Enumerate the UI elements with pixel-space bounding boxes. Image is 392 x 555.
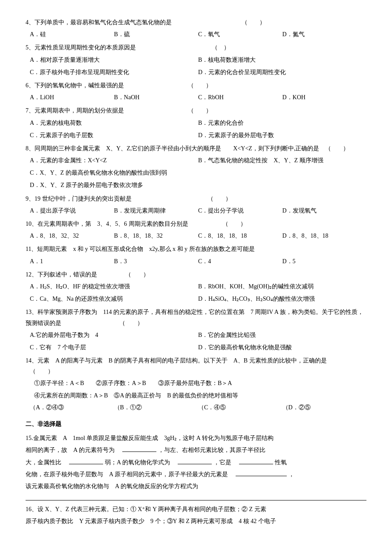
q4-options: A．硅 B．硫 C．氧气 D．氮气	[26, 29, 366, 40]
q16-line1: 16、设 X、Y、Z 代表三种元素。已知：① X⁺和 Y 两种离子具有相同的电子…	[26, 504, 366, 515]
question-11: 11、短周期元素 x 和 y 可以相互形成化合物 x2y,那么 x 和 y 所在…	[26, 244, 366, 266]
q12-option-b: B．RbOH、KOH、Mg(OH)₂的碱性依次减弱	[198, 281, 366, 292]
q13-option-b: B．它的金属性比铅强	[198, 330, 366, 340]
q13-option-a: A.它的最外层电子数为 4	[30, 330, 198, 340]
q15-answer-line	[26, 500, 366, 500]
question-10: 10、在元素周期表中，第 3、4、5、6 周期元素的数目分别是 （ ） A．8、…	[26, 219, 366, 241]
q12-option-a: A．H₂S、H₂O、HF 的稳定性依次增强	[30, 281, 198, 292]
q7-option-b: B．元素的化合价	[198, 118, 366, 128]
q16-line2: 原子核内质子数比 Y 元素原子核内质子数少 9 个；③Y 和 Z 两种元素可形成…	[26, 516, 366, 526]
q10-text: 10、在元素周期表中，第 3、4、5、6 周期元素的数目分别是 （ ）	[26, 219, 366, 229]
q5-options-row2: C．原子核外电子排布呈现周期性变化 D．元素的化合价呈现周期性变化	[26, 67, 366, 78]
q8-options: A．元素的非金属性：X<Y<Z B．气态氢化物的稳定性按 X、Y、Z 顺序增强	[26, 155, 366, 166]
q8-option-b: B．气态氢化物的稳定性按 X、Y、Z 顺序增强	[198, 155, 366, 166]
q13-options: A.它的最外层电子数为 4 B．它的金属性比铅强	[26, 330, 366, 340]
q15-fill4	[239, 464, 273, 464]
q4-body: 、下列单质中，最容易和氢气化合生成气态氢化物的是 （ ）	[29, 19, 265, 26]
q9-options: A．提出原子学说 B．发现元素周期律 C．提出分子学说 D．发现氧气	[26, 205, 366, 216]
q5-option-a: A．相对原子质量逐渐增大	[30, 55, 198, 65]
question-7: 7、元素周期表中，周期的划分依据是 （ ） A．元素的核电荷数 B．元素的化合价…	[26, 105, 366, 141]
q4-option-c: C．氧气	[198, 29, 282, 40]
q5-option-c: C．原子核外电子排布呈现周期性变化	[30, 67, 198, 78]
q14-sub2: ④元素所在的周期数：A＞B ⑤A 的最高正价与 B 的最低负价的绝对值相等	[26, 390, 366, 401]
q7-option-d: D．元素原子的最外层电子数	[198, 130, 366, 141]
q6-option-a: A．LiOH	[30, 92, 114, 103]
q15-line4: 化物，在原子核外电子层数与 A 原子相同的元素中，原子半径最大的元素是 ，	[26, 469, 366, 480]
q10-option-b: B．8、18、18、32	[114, 230, 199, 241]
question-5: 5、元素性质呈现周期性变化的本质原因是 （ ） A．相对原子质量逐渐增大 B．核…	[26, 42, 366, 78]
q5-option-b: B．核电荷数逐渐增大	[198, 55, 366, 65]
q12-option-c: C．Ca、Mg、Na 的还原性依次减弱	[30, 293, 198, 304]
q14-options: （A．②④③ （B．①② （C．④⑤ （D．②⑤	[26, 402, 366, 413]
q9-option-d: D．发现氧气	[282, 205, 367, 216]
q9-option-c: C．提出分子学说	[198, 205, 282, 216]
q7-options: A．元素的核电荷数 B．元素的化合价	[26, 118, 366, 128]
q8-options-row2: C．X、Y、Z 的最高价氧化物水化物的酸性由强到弱	[26, 167, 366, 178]
q14-option-d: （D．②⑤	[282, 402, 367, 413]
q9-text: 9、19 世纪中叶，门捷列夫的突出贡献是 （ ）	[26, 193, 366, 204]
q11-option-b: B．3	[114, 256, 199, 267]
q15-fill5	[236, 476, 287, 476]
q10-option-c: C．8、18、18、18	[198, 230, 282, 241]
q11-option-a: A．1	[30, 256, 114, 267]
q6-text: 6、下列的氢氧化物中，碱性最强的是 （ ）	[26, 80, 366, 91]
q15-line2: 相同的离子，故 A 的元素符号为 ，与左、右相邻元素比较，其原子半径比	[26, 445, 366, 455]
q6-option-c: C．RbOH	[198, 92, 282, 103]
q15-fill3	[178, 464, 212, 464]
q14-sub1: ①原子半径：A＜B ②原子序数：A＞B ③原子最外层电子数：B＞A	[26, 378, 366, 388]
q15-fill2	[69, 464, 103, 464]
q13-options-row2: C．它有 7 个电子层 D．它的最高价氧化物水化物是强酸	[26, 342, 366, 353]
q8-text: 8、同周期的三种非金属元素 X、Y、Z,它们的原子半径由小到大的顺序是 X<Y<…	[26, 143, 366, 154]
q4-option-d: D．氮气	[282, 29, 367, 40]
q9-option-a: A．提出原子学说	[30, 205, 114, 216]
q14-text: 14、元素 A 的阳离子与元素 B 的阴离子具有相同的电子层结构。以下关于 A、…	[26, 355, 366, 377]
q12-text: 12、下列叙述中，错误的是 （ ）	[26, 269, 366, 280]
page-content: 4、下列单质中，最容易和氢气化合生成气态氢化物的是 （ ） A．硅 B．硫 C．…	[26, 17, 366, 527]
q6-option-d: D．KOH	[282, 92, 367, 103]
q7-option-c: C．元素原子的电子层数	[30, 130, 198, 141]
q5-options: A．相对原子质量逐渐增大 B．核电荷数逐渐增大	[26, 55, 366, 65]
question-15: 15.金属元素 A 1mol 单质跟足量盐酸反应能生成 3gH₂，这时 A 转化…	[26, 433, 366, 500]
q13-text: 13、科学家预测原子序数为 114 的元素的原子，具有相当的稳定性，它的位置在第…	[26, 307, 366, 328]
q9-option-b: B．发现元素周期律	[114, 205, 199, 216]
q4-option-a: A．硅	[30, 29, 114, 40]
question-8: 8、同周期的三种非金属元素 X、Y、Z,它们的原子半径由小到大的顺序是 X<Y<…	[26, 143, 366, 191]
q11-option-d: D．5	[282, 256, 367, 267]
q12-options: A．H₂S、H₂O、HF 的稳定性依次增强 B．RbOH、KOH、Mg(OH)₂…	[26, 281, 366, 292]
q12-option-d: D．H₄SiO₄、H₂CO₃、H₂SO₄的酸性依次增强	[198, 293, 366, 304]
q6-options: A．LiOH B．NaOH C．RbOH D．KOH	[26, 92, 366, 103]
q11-option-c: C．4	[198, 256, 282, 267]
q5-text: 5、元素性质呈现周期性变化的本质原因是 （ ）	[26, 42, 366, 53]
q10-option-a: A．8、18、32、32	[30, 230, 114, 241]
q11-options: A．1 B．3 C．4 D．5	[26, 256, 366, 267]
q13-option-c: C．它有 7 个电子层	[30, 342, 198, 353]
q5-option-d: D．元素的化合价呈现周期性变化	[198, 67, 366, 78]
q7-text: 7、元素周期表中，周期的划分依据是 （ ）	[26, 105, 366, 116]
question-12: 12、下列叙述中，错误的是 （ ） A．H₂S、H₂O、HF 的稳定性依次增强 …	[26, 269, 366, 305]
q14-option-a: （A．②④③	[30, 402, 114, 413]
question-4: 4、下列单质中，最容易和氢气化合生成气态氢化物的是 （ ） A．硅 B．硫 C．…	[26, 17, 366, 40]
section2-title: 二、非选择题	[26, 419, 366, 429]
q10-options: A．8、18、32、32 B．8、18、18、32 C．8、18、18、18 D…	[26, 230, 366, 241]
q15-line5: 该元素最高价氧化物的水化物与 A 的氧化物反应的化学方程式为	[26, 481, 366, 492]
q11-text: 11、短周期元素 x 和 y 可以相互形成化合物 x2y,那么 x 和 y 所在…	[26, 244, 366, 254]
question-6: 6、下列的氢氧化物中，碱性最强的是 （ ） A．LiOH B．NaOH C．Rb…	[26, 80, 366, 103]
q12-options-row2: C．Ca、Mg、Na 的还原性依次减弱 D．H₄SiO₄、H₂CO₃、H₂SO₄…	[26, 293, 366, 304]
q14-option-b: （B．①②	[114, 402, 199, 413]
q4-text: 4、下列单质中，最容易和氢气化合生成气态氢化物的是 （ ）	[26, 17, 366, 28]
q8-options-row3: D．X、Y、Z 原子的最外层电子数依次增多	[26, 180, 366, 190]
q15-line1: 15.金属元素 A 1mol 单质跟足量盐酸反应能生成 3gH₂，这时 A 转化…	[26, 433, 366, 443]
question-14: 14、元素 A 的阳离子与元素 B 的阴离子具有相同的电子层结构。以下关于 A、…	[26, 355, 366, 413]
q10-option-d: D．8、8、18、18	[282, 230, 367, 241]
q14-option-c: （C．④⑤	[198, 402, 282, 413]
question-13: 13、科学家预测原子序数为 114 的元素的原子，具有相当的稳定性，它的位置在第…	[26, 307, 366, 353]
question-9: 9、19 世纪中叶，门捷列夫的突出贡献是 （ ） A．提出原子学说 B．发现元素…	[26, 193, 366, 216]
q4-option-b: B．硫	[114, 29, 199, 40]
q8-option-c: C．X、Y、Z 的最高价氧化物水化物的酸性由强到弱	[30, 167, 366, 178]
question-16: 16、设 X、Y、Z 代表三种元素。已知：① X⁺和 Y 两种离子具有相同的电子…	[26, 504, 366, 526]
q6-option-b: B．NaOH	[114, 92, 199, 103]
q13-option-d: D．它的最高价氧化物水化物是强酸	[198, 342, 366, 353]
q15-line3: 大，金属性比 弱；A 的氧化物化学式为 ，它是 性氧	[26, 457, 366, 468]
q7-option-a: A．元素的核电荷数	[30, 118, 198, 128]
q8-option-d: D．X、Y、Z 原子的最外层电子数依次增多	[30, 180, 366, 190]
